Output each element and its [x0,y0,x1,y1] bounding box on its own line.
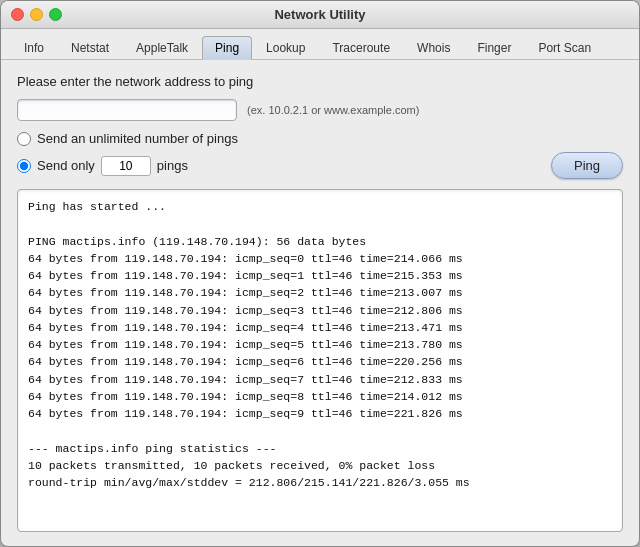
radio-only-row: Send only pings [17,156,188,176]
tab-finger[interactable]: Finger [464,36,524,60]
radio-unlimited-row: Send an unlimited number of pings [17,131,623,146]
address-input[interactable] [17,99,237,121]
tab-traceroute[interactable]: Traceroute [319,36,403,60]
tab-whois[interactable]: Whois [404,36,463,60]
titlebar: Network Utility [1,1,639,29]
address-label: Please enter the network address to ping [17,74,623,89]
address-hint: (ex. 10.0.2.1 or www.example.com) [247,104,419,116]
tabs-bar: Info Netstat AppleTalk Ping Lookup Trace… [1,29,639,60]
window-title: Network Utility [274,7,365,22]
maximize-button[interactable] [49,8,62,21]
window-controls [11,8,62,21]
address-row: (ex. 10.0.2.1 or www.example.com) [17,99,623,121]
tab-info[interactable]: Info [11,36,57,60]
radio-unlimited-label: Send an unlimited number of pings [37,131,238,146]
main-content: Please enter the network address to ping… [1,60,639,546]
tab-appletalk[interactable]: AppleTalk [123,36,201,60]
ping-count-input[interactable] [101,156,151,176]
ping-row: Send only pings Ping [17,152,623,179]
options-row: Send an unlimited number of pings Send o… [17,131,623,179]
radio-only-label: Send only [37,158,95,173]
ping-output: Ping has started ... PING mactips.info (… [17,189,623,532]
ping-button[interactable]: Ping [551,152,623,179]
radio-unlimited[interactable] [17,132,31,146]
close-button[interactable] [11,8,24,21]
tab-portscan[interactable]: Port Scan [525,36,604,60]
main-window: Network Utility Info Netstat AppleTalk P… [0,0,640,547]
tab-lookup[interactable]: Lookup [253,36,318,60]
pings-label: pings [157,158,188,173]
tab-ping[interactable]: Ping [202,36,252,60]
minimize-button[interactable] [30,8,43,21]
tab-netstat[interactable]: Netstat [58,36,122,60]
radio-only[interactable] [17,159,31,173]
